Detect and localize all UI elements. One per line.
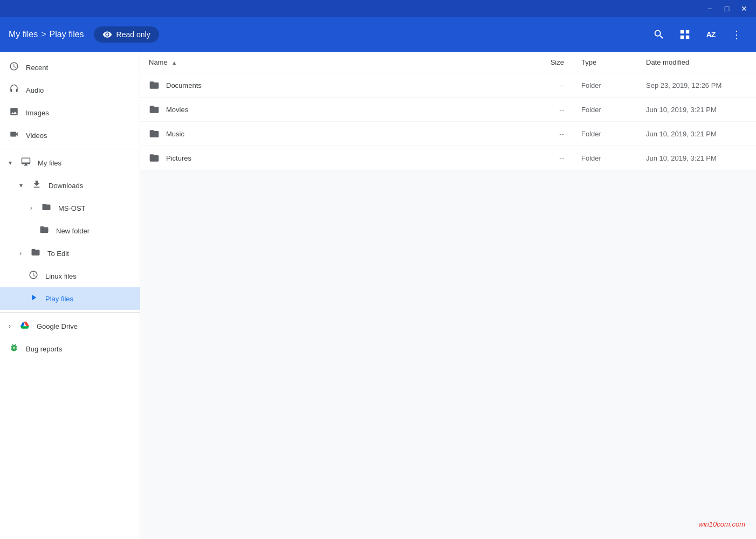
google-drive-chevron-right-icon: › [9, 322, 11, 330]
folder-icon-2 [149, 128, 160, 139]
search-button[interactable] [648, 24, 670, 45]
table-header: Name ▲ Size Type Date modified [140, 52, 756, 73]
table-row[interactable]: Documents -- Folder Sep 23, 2019, 12:26 … [140, 73, 756, 98]
search-icon [653, 29, 665, 40]
folder-icon-ms-ost [41, 202, 52, 214]
sidebar-item-play-files[interactable]: Play files [0, 287, 140, 310]
file-size-0: -- [519, 73, 573, 98]
grid-view-button[interactable] [674, 24, 696, 45]
read-only-badge: Read only [94, 26, 159, 43]
sidebar-linux-files-label: Linux files [45, 272, 131, 280]
col-date-header: Date modified [637, 52, 756, 73]
file-date-2: Jun 10, 2019, 3:21 PM [637, 122, 756, 146]
sidebar-downloads-label: Downloads [49, 182, 131, 190]
sidebar-my-files-label: My files [38, 159, 131, 167]
folder-icon-1 [149, 104, 160, 115]
breadcrumb-separator: > [41, 30, 46, 39]
headphones-icon [9, 84, 19, 96]
breadcrumb: My files > Play files Read only [9, 26, 648, 43]
header-actions: AZ ⋮ [648, 24, 747, 45]
main-layout: Recent Audio Images Videos ▾ [0, 52, 756, 539]
file-size-1: -- [519, 98, 573, 122]
sidebar-item-recent[interactable]: Recent [0, 56, 140, 79]
breadcrumb-root[interactable]: My files [9, 30, 38, 39]
table-row[interactable]: Movies -- Folder Jun 10, 2019, 3:21 PM [140, 98, 756, 122]
folder-icon-new-folder [39, 225, 50, 237]
col-name-header[interactable]: Name ▲ [140, 52, 519, 73]
linux-icon [28, 270, 39, 282]
sidebar-item-downloads[interactable]: ▾ Downloads [0, 174, 140, 197]
col-type-header: Type [573, 52, 637, 73]
file-name-cell-3: Pictures [140, 146, 519, 170]
more-icon: ⋮ [731, 28, 742, 41]
sidebar-item-to-edit[interactable]: › To Edit [0, 242, 140, 265]
drive-icon [19, 320, 30, 332]
image-icon [9, 107, 19, 119]
downloads-chevron-down-icon: ▾ [19, 182, 23, 189]
maximize-button[interactable]: □ [719, 1, 734, 16]
watermark: win10com.com [698, 520, 745, 528]
sidebar-videos-label: Videos [26, 132, 131, 140]
sidebar-bug-reports-label: Bug reports [26, 345, 131, 353]
minimize-button[interactable]: − [702, 1, 717, 16]
to-edit-chevron-right-icon: › [19, 250, 22, 257]
file-size-3: -- [519, 146, 573, 170]
file-name-cell-2: Music [140, 122, 519, 146]
sidebar: Recent Audio Images Videos ▾ [0, 52, 140, 539]
folder-icon-to-edit [30, 247, 41, 259]
sidebar-divider-1 [0, 149, 140, 149]
sidebar-ms-ost-label: MS-OST [58, 204, 131, 212]
sidebar-item-videos[interactable]: Videos [0, 124, 140, 147]
sidebar-item-audio[interactable]: Audio [0, 79, 140, 101]
table-row[interactable]: Pictures -- Folder Jun 10, 2019, 3:21 PM [140, 146, 756, 170]
monitor-icon [20, 157, 31, 169]
sidebar-item-my-files[interactable]: ▾ My files [0, 151, 140, 174]
sidebar-item-google-drive[interactable]: › Google Drive [0, 315, 140, 337]
sidebar-recent-label: Recent [26, 64, 131, 72]
file-name-3: Pictures [166, 154, 191, 162]
file-name-cell-0: Documents [140, 73, 519, 98]
file-size-2: -- [519, 122, 573, 146]
sort-button[interactable]: AZ [700, 24, 721, 45]
read-only-label: Read only [116, 30, 150, 39]
file-name-2: Music [166, 130, 184, 138]
eye-icon [102, 30, 112, 39]
more-options-button[interactable]: ⋮ [726, 24, 747, 45]
sidebar-item-images[interactable]: Images [0, 101, 140, 124]
sidebar-item-new-folder[interactable]: New folder [0, 219, 140, 242]
bug-icon [9, 343, 19, 355]
file-type-2: Folder [573, 122, 637, 146]
close-button[interactable]: ✕ [737, 1, 752, 16]
my-files-chevron-down-icon: ▾ [9, 159, 12, 167]
sidebar-divider-2 [0, 312, 140, 313]
video-icon [9, 129, 19, 141]
file-date-3: Jun 10, 2019, 3:21 PM [637, 146, 756, 170]
file-date-1: Jun 10, 2019, 3:21 PM [637, 98, 756, 122]
file-name-cell-1: Movies [140, 98, 519, 122]
file-name-1: Movies [166, 106, 188, 114]
sidebar-item-linux-files[interactable]: Linux files [0, 265, 140, 287]
app-header: My files > Play files Read only AZ ⋮ [0, 17, 756, 52]
col-size-header: Size [519, 52, 573, 73]
breadcrumb-current: Play files [50, 30, 84, 39]
file-table-body: Documents -- Folder Sep 23, 2019, 12:26 … [140, 73, 756, 170]
file-type-1: Folder [573, 98, 637, 122]
sidebar-to-edit-label: To Edit [47, 250, 131, 258]
sidebar-item-ms-ost[interactable]: › MS-OST [0, 197, 140, 219]
sidebar-google-drive-label: Google Drive [37, 322, 131, 330]
title-bar: − □ ✕ [0, 0, 756, 17]
sidebar-play-files-label: Play files [45, 295, 131, 303]
sort-asc-icon: ▲ [171, 60, 177, 66]
ms-ost-chevron-right-icon: › [30, 204, 32, 212]
table-row[interactable]: Music -- Folder Jun 10, 2019, 3:21 PM [140, 122, 756, 146]
clock-icon [9, 61, 19, 73]
file-name-0: Documents [166, 81, 202, 89]
sort-label: AZ [706, 30, 716, 39]
sidebar-audio-label: Audio [26, 86, 131, 94]
download-icon [31, 179, 42, 191]
sidebar-images-label: Images [26, 109, 131, 117]
file-type-3: Folder [573, 146, 637, 170]
file-date-0: Sep 23, 2019, 12:26 PM [637, 73, 756, 98]
folder-icon-0 [149, 80, 160, 91]
sidebar-item-bug-reports[interactable]: Bug reports [0, 337, 140, 360]
